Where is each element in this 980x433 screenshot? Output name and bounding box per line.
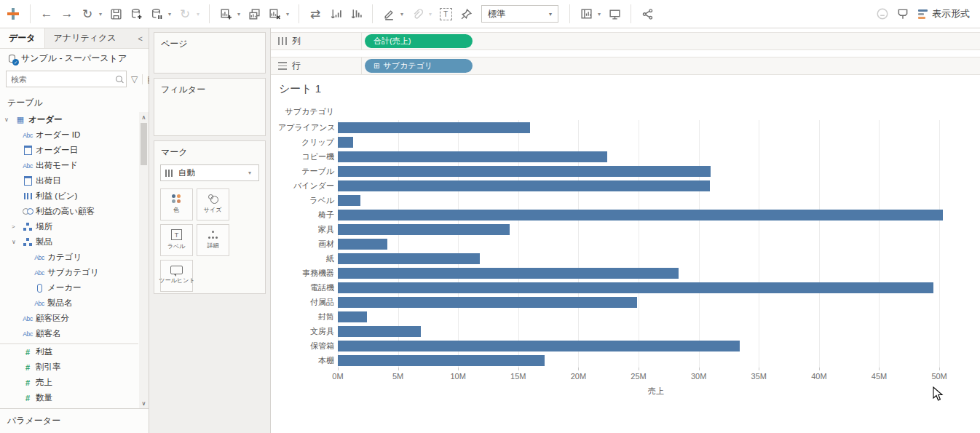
field-row[interactable]: カテゴリ [0,250,138,265]
duplicate-sheet-icon[interactable] [245,4,264,24]
field-row[interactable]: 割引率 [0,359,138,375]
field-row[interactable]: 出荷日 [0,173,138,188]
tab-data[interactable]: データ [0,28,45,48]
scroll-up-icon[interactable]: ∧ [142,112,146,122]
bar[interactable] [338,311,367,322]
field-row[interactable]: 利益 [0,343,138,359]
clear-sheet-dropdown-icon[interactable]: ▾ [286,11,292,17]
rows-pill-subcategory[interactable]: ⊞ サブカテゴリ [365,59,473,73]
forward-icon[interactable]: → [58,4,76,24]
field-row[interactable]: 売上 [0,375,138,390]
field-row[interactable]: 利益の高い顧客 [0,204,138,219]
category-label[interactable]: 保管箱 [278,341,334,351]
label-button[interactable]: T ラベル [160,224,193,256]
bar[interactable] [338,326,421,337]
field-row[interactable]: 顧客区分 [0,311,138,326]
bar[interactable] [338,239,387,250]
swap-rows-columns-icon[interactable]: ⇄ [306,4,325,24]
bar[interactable] [338,210,943,221]
clear-sheet-icon[interactable] [265,4,284,24]
new-worksheet-icon[interactable] [216,4,235,24]
bar[interactable] [338,282,933,293]
presentation-mode-icon[interactable] [605,4,624,24]
tooltip-editor-icon[interactable] [893,4,912,24]
pause-updates-icon[interactable] [147,4,166,24]
category-label[interactable]: 椅子 [278,210,334,221]
row-field-header[interactable]: サブカテゴリ [278,106,334,117]
field-row[interactable]: メーカー [0,280,138,295]
field-row[interactable]: 利益 (ビン) [0,188,138,204]
highlight-dropdown-icon[interactable]: ▾ [400,11,406,17]
parameters-section-label[interactable]: パラメーター [0,408,149,433]
x-axis[interactable]: 0M5M10M15M20M25M30M35M40M45M50M [338,368,974,384]
category-label[interactable]: 封筒 [278,311,334,322]
sheet-title[interactable]: シート 1 [278,81,980,106]
field-list-scrollbar[interactable]: ∧ ∨ [139,112,149,408]
show-hide-cards-icon[interactable] [577,4,596,24]
back-icon[interactable]: ← [37,4,56,24]
category-label[interactable]: テーブル [278,166,334,177]
category-label[interactable]: 本棚 [278,355,334,366]
category-label[interactable]: ラベル [278,195,334,206]
new-datasource-icon[interactable] [127,4,146,24]
field-row[interactable]: オーダー ID [0,127,138,143]
bar[interactable] [338,297,637,308]
bar[interactable] [338,122,530,133]
x-axis-title[interactable]: 売上 [338,384,974,397]
filter-fields-icon[interactable]: ▽ [131,74,138,84]
category-label[interactable]: バインダー [278,180,334,191]
category-label[interactable]: コピー機 [278,151,334,162]
pages-card[interactable]: ページ [154,32,266,74]
replay-dropdown-icon[interactable]: ▾ [99,11,105,17]
highlight-icon[interactable] [379,4,398,24]
new-worksheet-dropdown-icon[interactable]: ▾ [237,11,243,17]
bar[interactable] [338,224,510,235]
category-label[interactable]: 付属品 [278,297,334,308]
field-row[interactable]: ∨ オーダー [0,112,138,127]
save-icon[interactable] [106,4,125,24]
columns-shelf[interactable]: 列 合計(売上) [271,32,980,50]
field-row[interactable]: > 場所 [0,219,138,234]
category-label[interactable]: 文房具 [278,326,334,337]
category-label[interactable]: 画材 [278,239,334,250]
scroll-down-icon[interactable]: ∨ [142,398,146,408]
replay-icon[interactable]: ↻ [78,4,97,24]
tooltip-button[interactable]: ツールヒント [160,260,193,292]
columns-pill-sum-sales[interactable]: 合計(売上) [365,34,473,48]
bar[interactable] [338,151,607,162]
rows-shelf[interactable]: 行 ⊞ サブカテゴリ [271,57,980,75]
expander-icon[interactable]: ∨ [4,116,12,123]
bar[interactable] [338,268,679,279]
expander-icon[interactable]: > [12,223,20,230]
fix-axes-icon[interactable] [457,4,475,24]
expand-hierarchy-icon[interactable]: ⊞ [374,63,379,70]
search-input[interactable] [7,75,114,84]
category-label[interactable]: 電話機 [278,282,334,293]
filters-card[interactable]: フィルター [154,78,266,136]
category-label[interactable]: 事務機器 [278,268,334,279]
category-label[interactable]: 家具 [278,224,334,235]
category-label[interactable]: アプライアンス [278,122,334,133]
color-button[interactable]: 色 [160,188,193,221]
datasource-row[interactable]: サンプル - スーパーストア [0,49,149,68]
search-box[interactable] [6,71,127,87]
field-row[interactable]: 出荷モード [0,158,138,173]
field-row[interactable]: サブカテゴリ [0,265,138,280]
fit-selector-dropdown-icon[interactable]: ▾ [543,6,558,22]
sort-ascending-icon[interactable] [326,4,345,24]
bar[interactable] [338,341,740,351]
bar[interactable] [338,195,360,206]
field-row[interactable]: 製品名 [0,295,138,311]
field-row[interactable]: ∨ 製品 [0,234,138,250]
field-row[interactable]: オーダー日 [0,143,138,158]
bar[interactable] [338,253,480,264]
collapse-pane-icon[interactable]: < [133,28,149,48]
field-row[interactable]: 数量 [0,390,138,405]
bar[interactable] [338,166,711,177]
detail-button[interactable]: 詳細 [197,224,229,256]
category-label[interactable]: クリップ [278,137,334,148]
bar[interactable] [338,137,353,148]
bar[interactable] [338,180,710,191]
pause-updates-dropdown-icon[interactable]: ▾ [168,11,174,17]
size-button[interactable]: サイズ [197,188,229,221]
